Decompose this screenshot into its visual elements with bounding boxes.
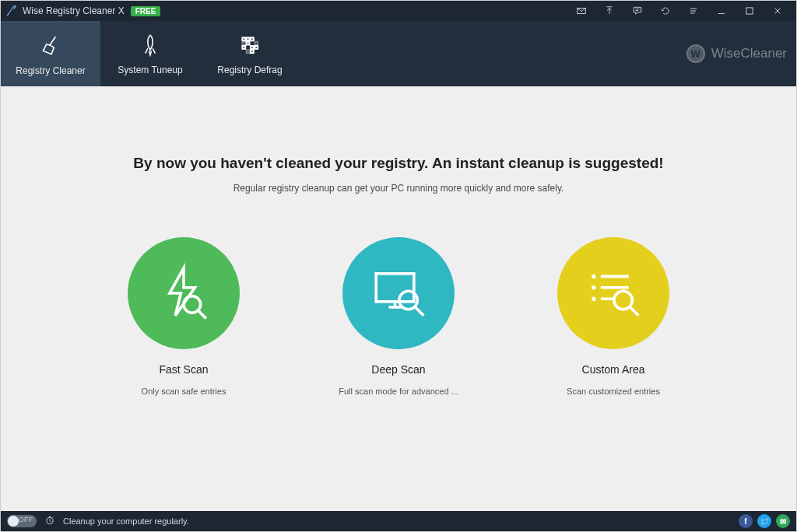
deep-scan-title: Deep Scan (371, 363, 425, 376)
subheadline: Regular registry cleanup can get your PC… (1, 183, 796, 194)
fast-scan-option[interactable]: Fast Scan Only scan safe entries (106, 237, 262, 396)
scan-options: Fast Scan Only scan safe entries Deep Sc… (1, 237, 796, 396)
svg-rect-6 (247, 42, 250, 45)
svg-rect-1 (746, 8, 753, 14)
svg-point-13 (184, 296, 201, 313)
status-message: Cleanup your computer regularly. (63, 516, 189, 526)
minimize-button[interactable] (707, 1, 736, 21)
deep-scan-desc: Full scan mode for advanced ... (339, 387, 458, 396)
tab-registry-defrag[interactable]: Registry Defrag (200, 21, 300, 86)
tab-label: Registry Cleaner (16, 65, 85, 76)
maximize-button[interactable] (736, 1, 764, 21)
broom-icon (37, 33, 64, 59)
deep-scan-icon (342, 237, 455, 349)
fast-scan-icon (128, 237, 240, 349)
defrag-icon (237, 32, 263, 58)
svg-rect-10 (255, 46, 258, 49)
tab-registry-cleaner[interactable]: Registry Cleaner (1, 21, 100, 86)
svg-rect-2 (242, 37, 245, 40)
schedule-toggle[interactable]: OFF (7, 515, 37, 527)
clock-icon[interactable] (44, 515, 55, 527)
svg-point-16 (592, 275, 595, 278)
menu-icon[interactable] (679, 1, 707, 21)
twitter-icon[interactable] (757, 514, 771, 528)
title-bar: Wise Registry Cleaner X FREE (1, 1, 796, 21)
facebook-icon[interactable]: f (739, 514, 753, 528)
free-badge: FREE (131, 6, 161, 16)
tab-label: Registry Defrag (217, 65, 282, 75)
fast-scan-desc: Only scan safe entries (142, 387, 226, 396)
custom-area-icon (557, 237, 669, 349)
svg-rect-11 (247, 50, 250, 53)
headline: By now you haven't cleaned your registry… (1, 155, 796, 172)
social-links: f ✉ (739, 514, 790, 528)
svg-point-19 (614, 291, 632, 309)
tab-system-tuneup[interactable]: System Tuneup (100, 21, 200, 86)
feedback-icon[interactable] (623, 1, 651, 21)
svg-rect-12 (251, 50, 254, 53)
custom-area-option[interactable]: Custom Area Scan customized entries (535, 237, 691, 396)
close-button[interactable] (764, 1, 792, 21)
svg-rect-4 (251, 37, 254, 40)
app-window: Wise Registry Cleaner X FREE (0, 0, 797, 532)
svg-point-18 (592, 297, 595, 301)
brand-logo-icon: W (686, 44, 705, 63)
mail-share-icon[interactable]: ✉ (776, 514, 790, 528)
custom-area-desc: Scan customized entries (567, 387, 660, 396)
tab-label: System Tuneup (118, 65, 182, 75)
svg-rect-5 (242, 42, 245, 45)
mail-icon[interactable] (567, 1, 595, 21)
deep-scan-option[interactable]: Deep Scan Full scan mode for advanced ..… (321, 237, 476, 396)
custom-area-title: Custom Area (582, 363, 645, 376)
nav-bar: Registry Cleaner System Tuneup Registry … (1, 21, 796, 86)
svg-point-17 (592, 285, 595, 289)
fast-scan-title: Fast Scan (159, 363, 208, 376)
refresh-icon[interactable] (651, 1, 679, 21)
svg-rect-3 (247, 37, 250, 40)
window-title: Wise Registry Cleaner X (23, 5, 125, 16)
rocket-icon (137, 32, 163, 58)
main-content: By now you haven't cleaned your registry… (1, 86, 796, 511)
brand-logo[interactable]: W WiseCleaner (686, 21, 796, 86)
upgrade-icon[interactable] (595, 1, 623, 21)
brand-name: WiseCleaner (711, 46, 787, 61)
svg-rect-14 (376, 274, 414, 302)
svg-rect-8 (242, 46, 245, 49)
toggle-label: OFF (19, 516, 34, 523)
svg-rect-7 (255, 42, 258, 45)
status-bar: OFF Cleanup your computer regularly. f ✉ (1, 511, 796, 531)
svg-rect-9 (251, 46, 254, 49)
app-icon (5, 5, 18, 17)
